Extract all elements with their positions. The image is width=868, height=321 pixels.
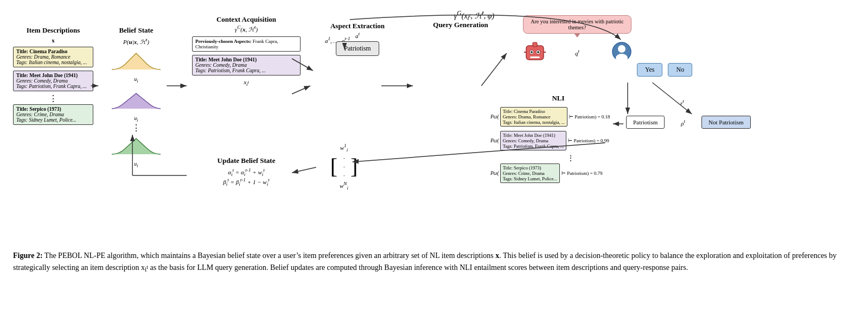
nli-pw-2: Pω( xyxy=(490,171,499,176)
item-card-2: Title: Serpico (1973) Genres: Crime, Dra… xyxy=(13,104,93,125)
nli-vdots: ⋮ xyxy=(515,155,626,162)
item-card-0-tags: Tags: Italian cinema, nostalgia, ... xyxy=(16,60,90,65)
rho-label: ρt xyxy=(681,118,685,127)
context-card-tags: Tags: Patriotism, Frank Capra, ... xyxy=(195,68,297,73)
svg-line-22 xyxy=(653,83,692,114)
nli-pw-1: Pω( xyxy=(490,138,499,143)
bell-curve-1 xyxy=(101,88,171,113)
context-acquisition-title: Context Acquisition xyxy=(192,15,301,24)
nli-result-1: ⊢ Patriotism) = 0.99 xyxy=(568,138,609,143)
caption-text: The PEBOL NL-PE algorithm, which maintai… xyxy=(13,251,837,272)
nli-card-1-title: Title: Meet John Doe (1941) xyxy=(503,133,564,138)
nli-card-1-genres: Genres: Comedy, Drama xyxy=(503,138,564,143)
nli-pw-0: Pω( xyxy=(490,114,499,119)
item-card-1-genres: Genres: Comedy, Drama xyxy=(16,78,90,84)
nli-card-2-genres: Genres: Crime, Drama xyxy=(503,171,557,176)
svg-point-10 xyxy=(618,45,626,53)
yes-no-area: Yes No xyxy=(637,63,692,77)
bell-curve-2 xyxy=(101,134,171,159)
svg-point-5 xyxy=(537,51,539,53)
yes-button[interactable]: Yes xyxy=(637,63,662,77)
belief-label-0: ui xyxy=(101,76,171,84)
user-icon xyxy=(612,42,631,64)
nli-row-2: Pω( Title: Serpico (1973) Genres: Crime,… xyxy=(490,163,626,183)
item-card-1: Title: Meet John Doe (1941) Genres: Come… xyxy=(13,71,93,91)
context-card-title: Title: Meet John Doe (1941) xyxy=(195,57,297,62)
nli-result-2: ⊢ Patriotism) = 0.79 xyxy=(561,171,603,176)
context-acquisition-section: Context Acquisition γC(x, ℋt) Previously… xyxy=(192,15,301,87)
weight-dot3: · xyxy=(343,172,345,179)
context-acquisition-subtitle: γC(x, ℋt) xyxy=(192,24,301,33)
svg-point-4 xyxy=(531,51,533,53)
item-card-2-title: Title: Serpico (1973) xyxy=(16,106,90,112)
nli-card-2-title: Title: Serpico (1973) xyxy=(503,165,557,171)
weight-vector-section: [ w1i · · · wNi ] xyxy=(328,143,360,191)
item-card-2-tags: Tags: Sidney Lumet, Police... xyxy=(16,117,90,123)
item-card-1-tags: Tags: Patriotism, Frank Capra, ... xyxy=(16,84,90,89)
nli-card-1: Title: Meet John Doe (1941) Genres: Come… xyxy=(500,131,567,150)
context-card-genres: Genres: Comedy, Drama xyxy=(195,62,297,68)
nli-result-0: ⊢ Patriotism) = 0.18 xyxy=(569,114,610,119)
speech-bubble: Are you interested in movies with patrio… xyxy=(523,15,631,34)
result-box-area: Patriotism ρt Not Patriotism xyxy=(626,116,751,129)
query-generation-title: Query Generation xyxy=(425,21,496,30)
robot-area: Are you interested in movies with patrio… xyxy=(523,15,631,68)
svg-rect-1 xyxy=(533,42,537,47)
nli-card-0: Title: Cinema Paradiso Genres: Drama, Ro… xyxy=(500,107,567,127)
item-descriptions-section: Item Descriptions x Title: Cinema Paradi… xyxy=(13,26,93,128)
not-patriotism-box: Not Patriotism xyxy=(701,116,750,129)
belief-label-1: ui xyxy=(101,115,171,123)
nli-card-0-tags: Tags: Italian cinema, nostalgia, ... xyxy=(503,119,565,125)
xit-label: xit xyxy=(192,79,301,87)
nli-row-0: Pω( Title: Cinema Paradiso Genres: Drama… xyxy=(490,107,626,127)
previously-chosen-box: Previously-chosen Aspects: Frank Capra, … xyxy=(192,36,301,52)
update-formula-2: βit = βit-1 + 1 − wit xyxy=(192,177,301,187)
svg-rect-6 xyxy=(530,56,540,58)
nli-row-1: Pω( Title: Meet John Doe (1941) Genres: … xyxy=(490,131,626,150)
nli-card-1-tags: Tags: Patriotism, Frank Capra, ... xyxy=(503,143,564,149)
item-card-0-genres: Genres: Drama, Romance xyxy=(16,54,90,60)
nli-card-0-genres: Genres: Drama, Romance xyxy=(503,114,565,119)
figure-number: Figure 2: xyxy=(13,251,43,260)
previously-chosen-label: Previously-chosen Aspects: xyxy=(195,39,252,44)
item-card-0-title: Title: Cinema Paradiso xyxy=(16,49,90,54)
belief-label-2: ui xyxy=(101,161,171,168)
belief-state-title: Belief State xyxy=(101,26,171,35)
left-bracket: [ xyxy=(330,154,337,179)
nli-card-0-title: Title: Cinema Paradiso xyxy=(503,109,565,114)
belief-vdots: ⋮ xyxy=(101,124,171,133)
item-card-2-genres: Genres: Crime, Drama xyxy=(16,112,90,117)
belief-state-subtitle: P(u|x, ℋt) xyxy=(101,37,171,46)
item-card-1-title: Title: Meet John Doe (1941) xyxy=(16,73,90,78)
weight-wN: wNi xyxy=(340,181,348,191)
aspect-extraction-title: Aspect Extraction xyxy=(322,22,393,31)
patriotism-box: Patriotism xyxy=(626,116,665,129)
nli-card-2-tags: Tags: Sidney Lumet, Police... xyxy=(503,176,557,181)
weight-dot2: · xyxy=(343,163,345,170)
update-belief-section: Update Belief State αit = αit-1 + wit βi… xyxy=(192,156,301,187)
svg-line-18 xyxy=(292,86,310,94)
svg-line-20 xyxy=(481,53,507,86)
figure-caption: Figure 2: The PEBOL NL-PE algorithm, whi… xyxy=(13,250,855,275)
update-belief-title: Update Belief State xyxy=(192,156,301,165)
nli-card-2: Title: Serpico (1973) Genres: Crime, Dra… xyxy=(500,163,560,183)
robot-icon xyxy=(523,40,547,68)
aspect-box: Patriotism xyxy=(336,41,379,56)
context-item-card: Title: Meet John Doe (1941) Genres: Come… xyxy=(192,55,301,75)
update-formula-1: αit = αit-1 + wit xyxy=(192,167,301,177)
query-generation-section: Query Generation xyxy=(425,21,496,30)
no-button[interactable]: No xyxy=(668,63,692,77)
aspect-extraction-section: Aspect Extraction at Patriotism xyxy=(322,21,393,56)
weight-items: w1i · · · wNi xyxy=(340,143,348,191)
item-descriptions-subtitle: x xyxy=(13,37,93,43)
aspect-a-label: at xyxy=(322,31,393,39)
diagram: γG(xit, ℋt, φ) a1, …, at-1 Item Descript… xyxy=(13,10,855,243)
item-card-0: Title: Cinema Paradiso Genres: Drama, Ro… xyxy=(13,47,93,67)
nli-section: NLI Pω( Title: Cinema Paradiso Genres: D… xyxy=(490,94,626,187)
rt-label: rt xyxy=(680,98,684,106)
item-descriptions-title: Item Descriptions xyxy=(13,26,93,35)
nli-title: NLI xyxy=(490,94,626,103)
belief-state-section: Belief State P(u|x, ℋt) ui ui ⋮ ui xyxy=(101,26,171,168)
bell-curve-0 xyxy=(101,49,171,74)
right-bracket: ] xyxy=(350,154,358,179)
